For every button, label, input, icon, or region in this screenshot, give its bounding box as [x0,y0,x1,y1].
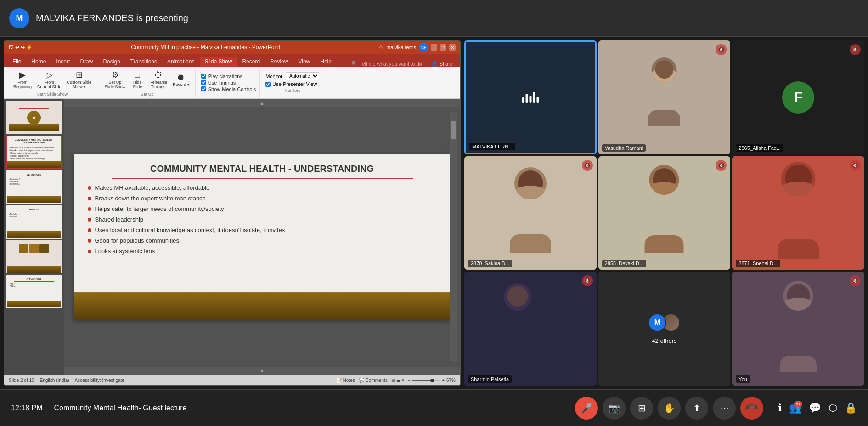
tab-design[interactable]: Design [98,57,124,67]
use-timings-input[interactable] [201,80,206,85]
from-current-label: FromCurrent Slide [37,80,62,90]
participant-tile-you[interactable]: 🔇 You [732,272,864,386]
rehearse-btn[interactable]: ⏱ RehearseTimings [147,70,169,91]
zoom-plus-btn[interactable]: + [442,378,445,383]
close-btn[interactable]: ✕ [449,44,456,51]
ribbon-search: 🔍 Tell me what you want to do [351,61,427,67]
presenter-avatar-letter: M [16,13,23,23]
slide-thumb-4[interactable]: MODELS • Model A• Model B [6,205,62,239]
bullet-dot [88,250,91,253]
info-button[interactable]: ℹ [778,402,782,414]
bullet-text: Makes MH available, accessible, affordab… [95,184,210,191]
more-button[interactable]: ⋯ [713,397,736,420]
participant-tile-alisha[interactable]: F 🔇 2865_Alisha Faq... [732,40,864,154]
participant-tile-malvika[interactable]: MALVIKA FERN... [464,40,597,154]
others-avatar-m: M [648,313,666,332]
slide-thumb-2[interactable]: COMMUNITY MENTAL HEALTH - UNDERSTANDING … [6,136,62,169]
presenter-avatar: M [9,8,29,28]
use-timings-checkbox[interactable]: Use Timings [201,80,256,85]
mute-button[interactable]: 🎤 [575,397,598,420]
zoom-handle[interactable] [430,379,434,382]
tab-draw[interactable]: Draw [75,57,97,67]
people-button[interactable]: 👥 51 [789,402,801,414]
from-beginning-btn[interactable]: ▶ FromBeginning [11,70,34,91]
participant-tile-vasudha[interactable]: 🔇 Vasudha Ramani [598,40,731,154]
comments-btn[interactable]: 💬 Comments [359,378,388,383]
zoom-minus-btn[interactable]: − [408,378,411,383]
slide-thumb-wrapper-2: 2 COMMUNITY MENTAL HEALTH - UNDERSTANDIN… [6,136,62,169]
mute-icon-you: 🔇 [850,275,861,286]
zoom-slider[interactable] [412,380,440,381]
hide-slide-btn[interactable]: □ HideSlide [129,70,146,91]
scroll-up-btn[interactable]: ▲ [64,99,460,107]
slide-bullet-item: Shared leadership [88,216,437,223]
play-narrations-input[interactable] [201,74,206,79]
bullet-dot [88,228,91,232]
minimize-btn[interactable]: — [431,44,437,51]
tab-help[interactable]: Help [316,57,336,67]
ppt-body: 1 ✿ COMMUNITY MENTAL HEALTH [4,99,460,375]
bottom-bar: 12:18 PM Community Mental Health- Guest … [0,389,868,426]
share-screen-button[interactable]: ⬆ [685,397,708,420]
audio-bar-4 [533,92,535,103]
security-button[interactable]: 🔒 [845,402,857,414]
presenter-view-input[interactable] [265,82,271,87]
tab-insert[interactable]: Insert [51,57,74,67]
tab-view[interactable]: View [293,57,315,67]
slide-thumb-5[interactable] [6,240,62,273]
slide-content: COMMUNITY MENTAL HEALTH - UNDERSTANDING … [74,154,451,320]
presenter-text: MALVIKA FERNANDES is presenting [36,13,188,23]
slide-scrollbar[interactable] [450,112,457,362]
others-count-label: 42 others [652,337,676,344]
monitor-select[interactable]: Automatic Monitor 1 [286,72,319,80]
participant-tile-snehal[interactable]: 🔇 2871_Snehal D... [732,156,864,270]
participant-tile-sakina[interactable]: 🔇 2870_Sakina B... [464,156,597,270]
participant-tile-devaki[interactable]: 🔇 2855_Devaki D... [598,156,731,270]
slide-bullet-item: Breaks down the expert white man stance [88,195,437,202]
participant-tile-others[interactable]: M 42 others [598,272,731,386]
bullet-dot [88,197,91,200]
camera-button[interactable]: 📷 [603,397,626,420]
raise-hand-button[interactable]: ✋ [658,397,681,420]
show-media-checkbox[interactable]: Show Media Controls [201,86,256,92]
custom-slideshow-btn[interactable]: ⊞ Custom SlideShow ▾ [65,70,94,91]
notes-btn[interactable]: 📝 Notes [336,378,355,383]
present-button[interactable]: ⊞ [630,397,653,420]
tab-home[interactable]: Home [27,57,51,67]
tab-record[interactable]: Record [237,57,265,67]
setup-slideshow-btn[interactable]: ⚙ Set UpSlide Show [103,70,127,91]
slide-thumb-3[interactable]: DEFINITIONS • Definition 1• Definition 2… [6,170,62,204]
presenter-view-checkbox[interactable]: Use Presenter View [265,81,319,87]
from-current-btn[interactable]: ▷ FromCurrent Slide [35,70,63,91]
record-btn[interactable]: ⏺ Record ▾ [171,72,192,88]
alisha-avatar: F [782,81,814,114]
scroll-down-btn[interactable]: ▼ [64,367,460,375]
ppt-window: 🖫 ↩ ↪ ⚡ Community MH in practise - Malvi… [4,40,461,386]
tab-slideshow[interactable]: Slide Show [200,57,237,67]
tab-animations[interactable]: Animations [163,57,199,67]
end-call-button[interactable]: 📞 [740,397,763,420]
share-icon: 👤 [431,61,438,67]
slide-floor [74,292,451,320]
share-btn[interactable]: 👤 Share [428,61,457,67]
bullet-text: Looks at systemic lens [95,248,155,255]
participant-tile-sharmin[interactable]: 🔇 Sharmin Palsetia [464,272,597,386]
slide-thumb-1[interactable]: ✿ COMMUNITY MENTAL HEALTH [6,101,62,134]
play-narrations-checkbox[interactable]: Play Narrations [201,74,256,79]
scrollbar-thumb[interactable] [451,121,456,139]
time-divider [48,401,48,415]
slide-thumb-6[interactable]: APPLICATIONS • App 1• App 2 [6,275,62,308]
show-media-input[interactable] [201,86,206,91]
maximize-btn[interactable]: □ [440,44,446,51]
bullet-dot [88,218,91,222]
custom-slideshow-label: Custom SlideShow ▾ [67,80,92,90]
tab-transitions[interactable]: Transitions [126,57,162,67]
tab-review[interactable]: Review [265,57,293,67]
zoom-bar: − + 67% [408,378,456,383]
you-body [780,356,817,372]
chat-button[interactable]: 💬 [809,402,821,414]
tab-file[interactable]: File [8,57,26,67]
name-tag-sakina: 2870_Sakina B... [468,260,512,267]
activities-button[interactable]: ⬡ [829,402,837,414]
meeting-title: Community Mental Health- Guest lecture [54,404,186,412]
